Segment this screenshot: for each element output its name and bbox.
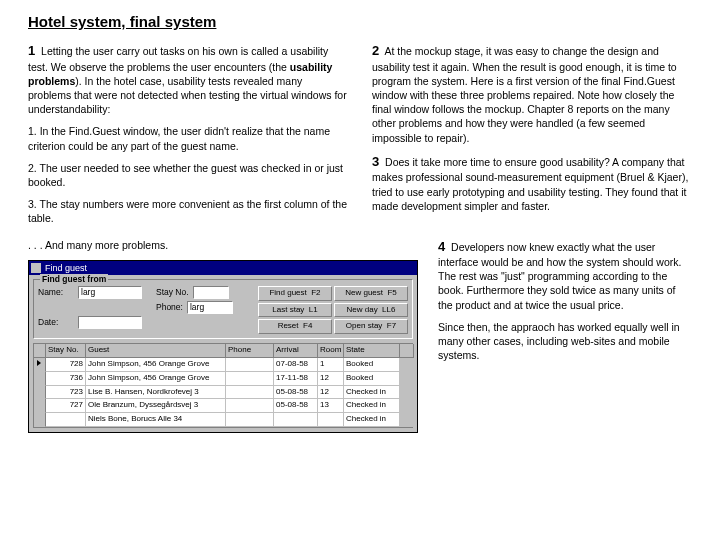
para-2: At the mockup stage, it was easy to chan… [372,45,677,143]
input-stay[interactable] [193,286,229,299]
table-row[interactable]: Niels Bone, Borucs Alle 34Checked in [34,413,412,427]
col-phone[interactable]: Phone [226,344,274,358]
list-item-3: 3. The stay numbers were more convenient… [28,197,348,225]
side-column: 4 Developers now knew exactly what the u… [438,238,692,433]
table-row[interactable]: 727Ole Branzum, Dyssegårdsvej 305-08-581… [34,399,412,413]
col-state[interactable]: State [344,344,400,358]
col-guest[interactable]: Guest [86,344,226,358]
results-table: Stay No. Guest Phone Arrival Room State … [33,343,413,428]
reset-button[interactable]: Reset F4 [258,319,332,334]
label-date: Date: [38,317,74,328]
para-5: Since then, the appraoch has worked equa… [438,320,692,363]
table-header: Stay No. Guest Phone Arrival Room State [34,344,412,358]
next-day-button[interactable]: New day LL6 [334,303,408,318]
num-4: 4 [438,239,445,254]
col-room[interactable]: Room [318,344,344,358]
num-3: 3 [372,154,379,169]
criteria-group: Find guest from Name: larg Stay No. [33,279,413,339]
label-stay: Stay No. [156,287,189,298]
row-selector-icon [37,360,41,366]
num-1: 1 [28,43,35,58]
titlebar: Find guest [29,261,417,275]
list-item-1: 1. In the Find.Guest window, the user di… [28,124,348,152]
input-name[interactable]: larg [78,286,142,299]
open-stay-button[interactable]: Open stay F7 [334,319,408,334]
num-2: 2 [372,43,379,58]
label-phone: Phone: [156,302,183,313]
more-problems: . . . And many more problems. [28,238,418,252]
last-stay-button[interactable]: Last stay L1 [258,303,332,318]
new-guest-button[interactable]: New guest F5 [334,286,408,301]
para-1c: ). In the hotel case, usability tests re… [28,75,347,115]
col-arrival[interactable]: Arrival [274,344,318,358]
col-stay[interactable]: Stay No. [46,344,86,358]
input-phone[interactable]: larg [187,301,233,314]
left-column: 1 Letting the user carry out tasks on hi… [28,42,348,233]
find-guest-window: Find guest Find guest from Name: larg St… [28,260,418,433]
right-column: 2 At the mockup stage, it was easy to ch… [372,42,692,233]
para-3: Does it take more time to ensure good us… [372,156,688,212]
page-title: Hotel system, final system [28,12,692,32]
table-row[interactable]: 723Lise B. Hansen, Nordkrofevej 305-08-5… [34,386,412,400]
find-button[interactable]: Find guest F2 [258,286,332,301]
table-row[interactable]: 736John Simpson, 456 Orange Grove17-11-5… [34,372,412,386]
list-item-2: 2. The user needed to see whether the gu… [28,161,348,189]
para-4: Developers now knew exactly what the use… [438,241,681,311]
group-legend: Find guest from [40,274,108,285]
para-1a: Letting the user carry out tasks on his … [28,45,328,73]
label-name: Name: [38,287,74,298]
window-title: Find guest [45,262,87,274]
table-row[interactable]: 728John Simpson, 456 Orange Grove07-08-5… [34,358,412,372]
input-date[interactable] [78,316,142,329]
app-icon [31,263,41,273]
